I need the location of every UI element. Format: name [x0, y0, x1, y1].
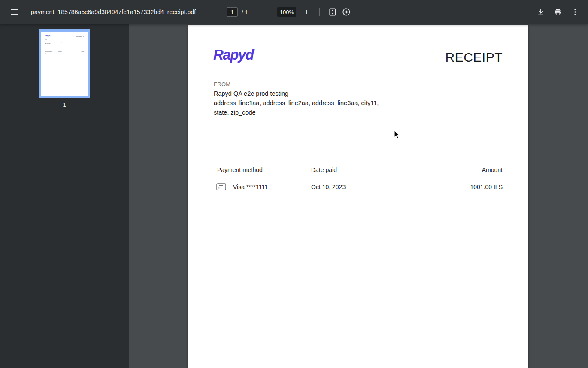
- hamburger-icon: [11, 8, 18, 16]
- plus-icon: +: [304, 7, 309, 17]
- table-cell-payment-method: Visa ****1111: [233, 184, 268, 190]
- thumbnail-selected-frame: Rapyd RECEIPT FROM Rapyd QA e2e prod tes…: [39, 29, 90, 98]
- zoom-in-button[interactable]: +: [300, 5, 313, 19]
- table-header-payment-method: Payment method: [217, 166, 263, 173]
- section-divider: [213, 131, 503, 131]
- more-vert-icon: [571, 8, 579, 16]
- page-total-label: / 1: [242, 9, 248, 15]
- table-cell-amount: 1001.00 ILS: [470, 184, 503, 190]
- more-options-button[interactable]: [568, 5, 582, 19]
- minus-icon: −: [265, 7, 270, 17]
- zoom-level-input[interactable]: [277, 7, 296, 17]
- receipt-document: Rapyd RECEIPT FROM Rapyd QA e2e prod tes…: [188, 25, 528, 368]
- powered-by-footer: Powered by Rapyd: [41, 90, 88, 91]
- thumbnail-page-number: 1: [63, 102, 66, 108]
- rotate-counterclockwise-icon: [342, 8, 351, 16]
- rapyd-logo: Rapyd: [213, 47, 253, 63]
- toolbar-separator: [319, 8, 320, 16]
- page-thumbnail[interactable]: Rapyd RECEIPT FROM Rapyd QA e2e prod tes…: [39, 29, 90, 98]
- download-icon: [536, 8, 545, 16]
- receipt-title: RECEIPT: [445, 50, 503, 65]
- document-filename: payment_185786a5c6a9d384047fe1a157332bd4…: [31, 9, 196, 15]
- from-address-line-2: state, zip_code: [214, 109, 256, 116]
- menu-button[interactable]: [7, 4, 22, 20]
- fit-to-page-button[interactable]: [326, 5, 339, 19]
- thumbnail-sidebar: Rapyd RECEIPT FROM Rapyd QA e2e prod tes…: [0, 24, 129, 368]
- from-address-line-1: address_line1aa, address_line2aa, addres…: [214, 100, 379, 106]
- from-label: FROM: [214, 81, 230, 87]
- zoom-out-button[interactable]: −: [260, 5, 274, 19]
- receipt-miniature: Rapyd RECEIPT FROM Rapyd QA e2e prod tes…: [41, 32, 88, 96]
- download-button[interactable]: [534, 5, 548, 19]
- print-button[interactable]: [551, 5, 565, 19]
- rotate-button[interactable]: [339, 5, 353, 19]
- table-cell-date-paid: Oct 10, 2023: [311, 184, 346, 190]
- table-header-amount: Amount: [482, 166, 503, 173]
- receipt-title: RECEIPT: [76, 35, 84, 37]
- pdf-viewer-toolbar: payment_185786a5c6a9d384047fe1a157332bd4…: [0, 0, 588, 24]
- pdf-page: Rapyd RECEIPT FROM Rapyd QA e2e prod tes…: [188, 25, 528, 368]
- fit-page-icon: [328, 8, 337, 16]
- rapyd-logo: Rapyd: [45, 35, 50, 37]
- page-number-input[interactable]: [227, 7, 238, 17]
- thumbnail-page-preview: Rapyd RECEIPT FROM Rapyd QA e2e prod tes…: [41, 32, 88, 96]
- credit-card-icon: [45, 53, 46, 54]
- credit-card-icon: [216, 183, 226, 192]
- from-name: Rapyd QA e2e prod testing: [214, 90, 288, 97]
- table-header-date-paid: Date paid: [311, 166, 337, 173]
- print-icon: [554, 8, 562, 16]
- pdf-viewer-area[interactable]: Rapyd RECEIPT FROM Rapyd QA e2e prod tes…: [129, 24, 588, 368]
- toolbar-separator: [254, 8, 254, 16]
